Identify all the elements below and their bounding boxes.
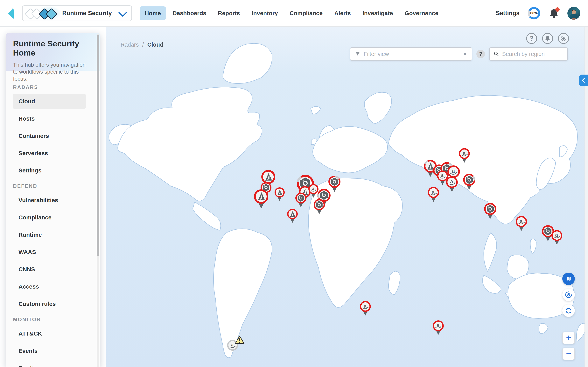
nav-item-compliance[interactable]: Compliance: [285, 6, 328, 20]
aws-region-marker[interactable]: a: [308, 184, 319, 199]
settings-button[interactable]: Settings: [496, 10, 519, 17]
map-layers-button[interactable]: [562, 273, 575, 285]
refresh-button[interactable]: [562, 304, 575, 317]
aws-region-marker[interactable]: a: [433, 320, 444, 336]
sidebar-hero: Runtime Security Home This hub offers yo…: [6, 33, 100, 71]
sidebar-item-hosts[interactable]: Hosts: [13, 111, 86, 126]
sidebar-item-events[interactable]: Events: [13, 343, 86, 359]
aws-region-marker[interactable]: a: [459, 148, 470, 164]
bell-outline-icon: [544, 35, 551, 42]
nav-item-dashboards[interactable]: Dashboards: [167, 6, 211, 20]
nav-item-inventory[interactable]: Inventory: [247, 6, 283, 20]
gcp-region-marker[interactable]: [484, 203, 496, 220]
bell-circle-button[interactable]: [542, 33, 553, 44]
search-icon: [493, 51, 499, 57]
chevron-down-icon: [118, 8, 127, 17]
svg-text:a: a: [450, 178, 453, 184]
azure-region-marker[interactable]: [275, 187, 285, 202]
radar-button[interactable]: [562, 289, 575, 301]
sidebar-nav: RADARSCloudHostsContainersServerlessSett…: [6, 71, 100, 367]
breadcrumb: Radars / Cloud: [121, 42, 163, 48]
nav-item-reports[interactable]: Reports: [213, 6, 245, 20]
sidebar-item-access[interactable]: Access: [13, 279, 86, 294]
runtime-security-sidebar: Runtime Security Home This hub offers yo…: [6, 33, 100, 367]
filter-help-badge[interactable]: ?: [476, 50, 485, 58]
warning-triangle-icon[interactable]: [234, 335, 245, 345]
svg-text:a: a: [555, 232, 558, 238]
sidebar-section-monitor: MONITOR: [13, 317, 100, 323]
sidebar-item-cloud[interactable]: Cloud: [13, 94, 86, 109]
clear-filter-button[interactable]: ×: [462, 51, 467, 57]
sidebar-item-serverless[interactable]: Serverless: [13, 146, 86, 161]
radar-icon: [560, 35, 567, 42]
svg-text:a: a: [231, 342, 234, 347]
svg-text:a: a: [463, 150, 466, 156]
azure-region-marker[interactable]: [254, 189, 268, 210]
zoom-out-button[interactable]: −: [562, 348, 575, 360]
product-switcher-label: Runtime Security: [62, 10, 112, 17]
filter-placeholder: Filter view: [363, 51, 462, 57]
runtime-security-app: Runtime Security HomeDashboardsReportsIn…: [0, 0, 588, 367]
nav-item-alerts[interactable]: Alerts: [329, 6, 356, 20]
gcp-region-marker[interactable]: [295, 193, 306, 208]
sidebar-section-radars: RADARS: [13, 84, 100, 90]
sidebar-item-runtime[interactable]: Runtime: [13, 227, 86, 242]
sidebar-section-defend: DEFEND: [13, 183, 100, 189]
filter-view-input[interactable]: Filter view ×: [350, 47, 472, 61]
zoom-in-button[interactable]: +: [562, 332, 575, 344]
sidebar-item-compliance[interactable]: Compliance: [13, 210, 86, 225]
usage-ring[interactable]: 80%: [528, 7, 540, 19]
main-nav: HomeDashboardsReportsInventoryCompliance…: [140, 6, 443, 20]
aws-region-marker[interactable]: a: [360, 301, 371, 317]
sidebar-item-cnns[interactable]: CNNS: [13, 262, 86, 277]
sidebar-item-waas[interactable]: WAAS: [13, 244, 86, 260]
gcp-region-marker[interactable]: [329, 176, 340, 193]
sidebar-item-vulnerabilities[interactable]: Vulnerabilities: [13, 193, 86, 208]
top-header: Runtime Security HomeDashboardsReportsIn…: [0, 0, 588, 27]
map-canvas[interactable]: Radars / Cloud ?: [106, 26, 585, 367]
svg-text:a: a: [441, 173, 444, 178]
notification-bell-button[interactable]: [548, 8, 559, 19]
app-logo-icon: [5, 7, 18, 19]
panel-collapse-button[interactable]: [579, 75, 588, 86]
aws-region-marker[interactable]: a: [552, 230, 562, 246]
world-map: [106, 26, 585, 367]
svg-text:a: a: [312, 186, 315, 191]
breadcrumb-current: Cloud: [147, 42, 163, 48]
user-avatar[interactable]: [567, 7, 580, 20]
map-layers-icon: [565, 275, 572, 283]
gcp-region-marker[interactable]: [314, 199, 325, 215]
aws-region-marker[interactable]: a: [428, 187, 439, 203]
funnel-icon: [355, 51, 361, 57]
notification-dot: [555, 7, 560, 12]
sidebar-title: Runtime Security Home: [13, 39, 93, 58]
gcp-region-marker[interactable]: [463, 174, 475, 191]
sidebar-item-att-ck[interactable]: ATT&CK: [13, 326, 86, 341]
search-placeholder: Search by region: [502, 51, 545, 57]
breadcrumb-parent[interactable]: Radars: [121, 42, 139, 48]
svg-text:a: a: [437, 323, 440, 328]
header-right: Settings 80%: [496, 7, 588, 20]
sidebar-item-runtime[interactable]: Runtime: [13, 361, 86, 367]
diamond-icons: [26, 7, 59, 19]
sidebar-item-settings[interactable]: Settings: [13, 163, 86, 178]
refresh-icon: [565, 307, 572, 315]
sidebar-scrollbar-thumb[interactable]: [97, 34, 99, 256]
aws-region-marker[interactable]: a: [446, 176, 458, 193]
sidebar-item-containers[interactable]: Containers: [13, 128, 86, 143]
usage-percent-label: 80%: [530, 9, 538, 17]
nav-item-home[interactable]: Home: [140, 6, 166, 20]
svg-text:a: a: [519, 218, 522, 224]
chevron-left-icon: [581, 77, 587, 83]
svg-text:a: a: [452, 167, 455, 174]
product-switcher[interactable]: Runtime Security: [22, 5, 132, 21]
azure-region-marker[interactable]: [287, 209, 298, 224]
sidebar-item-custom-rules[interactable]: Custom rules: [13, 296, 86, 311]
radar-circle-button[interactable]: [558, 33, 569, 44]
help-circle-button[interactable]: ?: [526, 33, 537, 44]
nav-item-governance[interactable]: Governance: [400, 6, 443, 20]
svg-text:a: a: [432, 189, 435, 195]
region-search-input[interactable]: Search by region: [489, 47, 568, 61]
nav-item-investigate[interactable]: Investigate: [357, 6, 398, 20]
aws-region-marker[interactable]: a: [516, 216, 527, 232]
